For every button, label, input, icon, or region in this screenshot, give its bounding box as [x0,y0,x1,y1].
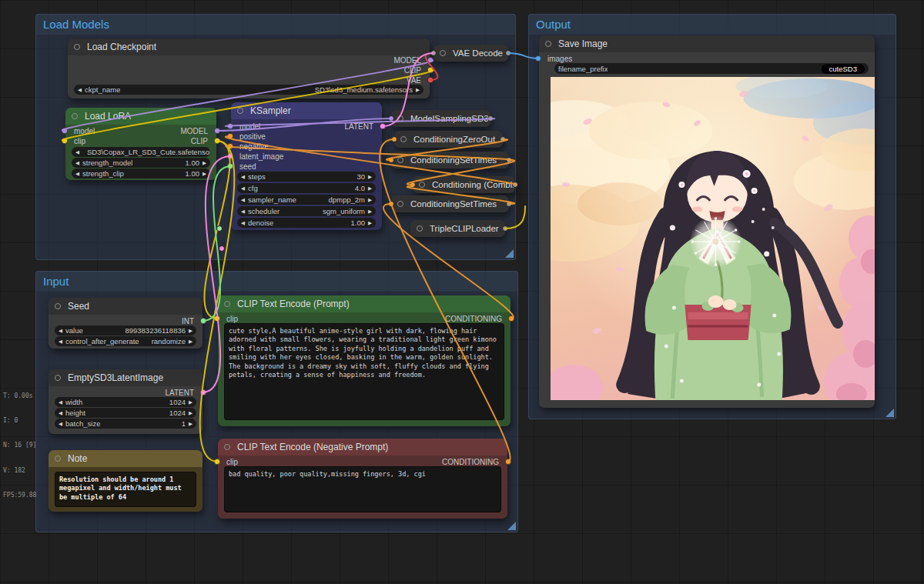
collapse-dot-icon[interactable] [55,375,61,381]
node-clip-text-encode-prompt[interactable]: CLIP Text Encode (Prompt) clip CONDITION… [218,295,511,426]
node-load-checkpoint[interactable]: Load Checkpoint MODEL CLIP VAE ckpt_name… [68,38,430,98]
collapse-dot-icon[interactable] [440,50,446,56]
collapse-dot-icon[interactable] [397,157,403,163]
negative-prompt-text[interactable]: bad quality, poor quality,missing finger… [224,466,501,512]
output-slot[interactable] [487,115,494,122]
collapse-dot-icon[interactable] [55,456,61,462]
node-title-bar[interactable]: Note [49,450,203,467]
group-title-output[interactable]: Output [529,15,896,34]
node-clip-text-encode-negative[interactable]: CLIP Text Encode (Negative Prompt) clip … [218,439,507,519]
input-slot-negative[interactable] [227,143,233,149]
collapse-dot-icon[interactable] [237,108,243,114]
widget-batch-size[interactable]: batch_size 1 [55,419,196,429]
output-slot-conditioning[interactable] [508,315,514,322]
node-load-lora[interactable]: Load LoRA model MODEL clip CLIP lora_nam… [65,108,216,180]
node-note[interactable]: Note Resolution should be around 1 megap… [49,450,203,512]
collapse-dot-icon[interactable] [400,136,407,142]
node-title-bar[interactable]: Seed [49,298,203,315]
node-triple-clip-loader[interactable]: TripleCLIPLoader [410,220,505,237]
input-slot-seed[interactable] [227,163,233,169]
input-slot[interactable] [388,115,394,122]
output-slot-model[interactable] [427,57,434,63]
collapse-dot-icon[interactable] [397,201,403,207]
input-slot[interactable] [410,182,416,188]
input-slot-clip[interactable] [62,138,68,144]
node-title-bar[interactable]: Load Checkpoint [68,38,430,55]
node-title-bar[interactable]: Save Image [539,35,875,52]
widget-seed-value[interactable]: value 899383236118836 [55,325,196,335]
node-title-bar[interactable]: KSampler [231,102,382,119]
input-slot-latent-image[interactable] [227,153,233,159]
input-slot-images[interactable] [535,55,541,62]
group-title-input[interactable]: Input [36,272,517,291]
output-slot[interactable] [512,182,518,188]
node-title-bar[interactable]: EmptySD3LatentImage [49,369,203,386]
widget-lora-name[interactable]: lora_name SD3\Copax_LR_SD3_Cute.safetens… [72,147,210,157]
output-slot-latent[interactable] [200,389,206,395]
input-slot-model[interactable] [62,128,68,134]
input-slot-positive[interactable] [227,133,233,139]
widget-strength-clip[interactable]: strength_clip 1.00 [72,169,210,179]
output-slot[interactable] [506,201,512,207]
node-title-bar[interactable]: TripleCLIPLoader [410,220,505,237]
collapse-dot-icon[interactable] [72,113,78,119]
output-slot-model[interactable] [214,128,220,134]
collapse-dot-icon[interactable] [224,444,230,450]
output-slot[interactable] [502,225,508,232]
widget-height[interactable]: height 1024 [55,408,196,418]
node-seed[interactable]: Seed INT value 899383236118836 control_a… [49,298,203,349]
output-slot-vae[interactable] [427,77,434,83]
node-empty-sd3-latent-image[interactable]: EmptySD3LatentImage LATENT width 1024 he… [49,369,203,434]
output-slot[interactable] [500,136,506,142]
collapse-dot-icon[interactable] [397,115,403,122]
output-slot[interactable] [505,50,511,56]
collapse-dot-icon[interactable] [419,182,425,188]
collapse-dot-icon[interactable] [545,41,551,47]
node-vae-decode[interactable]: VAE Decode [434,45,508,62]
widget-filename-prefix[interactable]: filename_prefix cuteSD3 [554,63,869,74]
node-conditioning-set-timestep-2[interactable]: ConditioningSetTimes [391,195,509,212]
input-slot[interactable] [391,136,397,142]
collapse-dot-icon[interactable] [417,225,423,232]
widget-width[interactable]: width 1024 [55,397,196,407]
node-title-bar[interactable]: Conditioning (Combin [413,176,515,193]
note-text[interactable]: Resolution should be around 1 megapixel … [55,472,196,507]
node-title-bar[interactable]: ConditioningSetTimes [391,195,509,212]
widget-control-after-generate[interactable]: control_after_generate randomize [55,336,196,346]
widget-strength-model[interactable]: strength_model 1.00 [72,158,210,168]
node-ksampler[interactable]: KSampler model LATENT positive negative … [231,102,382,230]
output-slot-clip[interactable] [214,138,220,144]
input-slot-clip[interactable] [214,315,220,322]
output-slot-int[interactable] [200,318,206,324]
collapse-dot-icon[interactable] [55,303,61,309]
node-graph-canvas[interactable]: Load Models Input Output T: 0.00s I: 0 N… [0,0,924,584]
node-conditioning-set-timestep-1[interactable]: ConditioningSetTimes [391,152,509,169]
input-slot[interactable] [388,201,394,207]
widget-sampler-name[interactable]: sampler_name dpmpp_2m [237,195,376,205]
output-slot-latent[interactable] [380,123,386,129]
output-slot-conditioning[interactable] [505,459,511,465]
node-title-bar[interactable]: ConditioningZeroOut [394,131,503,148]
output-slot[interactable] [506,157,512,163]
collapse-dot-icon[interactable] [74,44,80,50]
group-title-load-models[interactable]: Load Models [36,15,515,34]
collapse-dot-icon[interactable] [224,301,230,307]
node-title-bar[interactable]: VAE Decode [434,45,508,62]
input-slot[interactable] [430,50,437,56]
node-title-bar[interactable]: ModelSamplingSD3 [391,110,490,127]
input-slot-model[interactable] [227,123,233,129]
node-title-bar[interactable]: Load LoRA [65,108,216,125]
node-title-bar[interactable]: ConditioningSetTimes [391,152,509,169]
node-title-bar[interactable]: CLIP Text Encode (Negative Prompt) [218,439,507,456]
widget-scheduler[interactable]: scheduler sgm_uniform [237,206,376,216]
output-slot-clip[interactable] [427,67,434,73]
input-slot-clip[interactable] [214,459,220,465]
node-conditioning-combine[interactable]: Conditioning (Combin [413,176,515,193]
widget-denoise[interactable]: denoise 1.00 [237,218,376,228]
node-title-bar[interactable]: CLIP Text Encode (Prompt) [218,295,511,312]
widget-ckpt-name[interactable]: ckpt_name SD3\sd3_medium.safetensors [74,85,424,95]
node-model-sampling-sd3[interactable]: ModelSamplingSD3 [391,110,490,127]
prompt-text[interactable]: cute style,A beautiful anime-style girl … [224,323,504,420]
widget-cfg[interactable]: cfg 4.0 [237,183,376,193]
input-slot[interactable] [388,157,394,163]
